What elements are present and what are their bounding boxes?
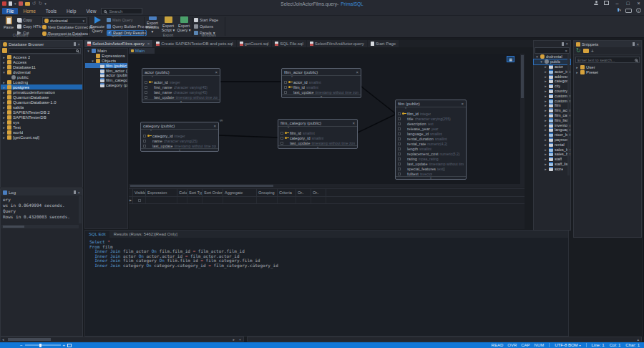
help-button[interactable]: ?▾: [618, 8, 621, 13]
grid-header-grouping[interactable]: Grouping: [257, 189, 278, 196]
grid-header-visible[interactable]: Visible: [133, 189, 146, 196]
scroll-right-icon[interactable]: ▸: [233, 337, 235, 342]
query-node-category-p[interactable]: category (p...: [85, 83, 127, 88]
field-checkbox[interactable]: [398, 122, 401, 125]
field-checkbox[interactable]: [284, 91, 287, 94]
expander-icon[interactable]: ▸: [2, 130, 6, 135]
open-folder-icon[interactable]: [583, 49, 589, 53]
field-first_name[interactable]: first_namecharacter varying(45): [142, 84, 220, 90]
expander-icon[interactable]: ▸: [544, 137, 547, 142]
table-film-public[interactable]: film (public)×*film_idintegertitlecharac…: [395, 100, 467, 180]
expander-icon[interactable]: ▸: [544, 127, 547, 132]
object-sales-by-st[interactable]: ▸sales_by_st..: [534, 152, 570, 157]
snippet-user[interactable]: ▸User: [574, 64, 641, 69]
paste-button[interactable]: Paste: [1, 16, 16, 34]
db-item-primalcodeinformation[interactable]: ▸primalcodeinformation: [1, 90, 82, 95]
grid-header-colum[interactable]: Colum..: [177, 189, 187, 196]
grid-cell-expression[interactable]: [146, 197, 177, 203]
close-tab-icon[interactable]: ×: [147, 42, 150, 46]
save-icon[interactable]: [19, 1, 23, 6]
field-film_id[interactable]: film_idsmallint: [282, 84, 361, 90]
field-category_id[interactable]: category_idinteger: [141, 133, 218, 138]
object-film-category[interactable]: ▸film_category: [534, 113, 570, 118]
tab-tools[interactable]: Tools: [41, 8, 62, 14]
table-header[interactable]: film_category (public)×: [278, 120, 357, 127]
expander-icon[interactable]: ▸: [544, 69, 547, 74]
field-last_update[interactable]: last_updatetimestamp without time zone: [142, 95, 220, 100]
field-replacement_cost[interactable]: replacement_costnumeric(5,2): [396, 151, 466, 156]
sql-editor[interactable]: Select *From film Inner Join film_actor …: [85, 238, 568, 269]
field-title[interactable]: titlecharacter varying(255): [396, 116, 466, 121]
status-flag-ovr[interactable]: OVR: [507, 343, 517, 347]
export-script-button[interactable]: ExportScript ▾: [160, 16, 176, 34]
customize-qat-icon[interactable]: ▾: [44, 1, 47, 6]
grid-cell-or[interactable]: [296, 197, 311, 203]
object-staff[interactable]: ▸staff: [534, 157, 570, 162]
document-tab-selectfilmandactor-query[interactable]: SelectFilmAndActor.query: [307, 40, 367, 47]
field-checkbox[interactable]: [145, 86, 147, 89]
object-city[interactable]: ▸city: [534, 84, 570, 89]
maximize-button[interactable]: □: [623, 0, 633, 7]
table-header[interactable]: actor (public)×: [142, 69, 220, 76]
expander-icon[interactable]: ▸: [544, 152, 547, 156]
expander-icon[interactable]: ▾: [535, 54, 539, 59]
field-category_id[interactable]: category_idsmallint: [278, 135, 357, 140]
expander-icon[interactable]: ▸: [544, 157, 547, 161]
object-inventory[interactable]: ▸inventory: [534, 122, 570, 127]
field-rating[interactable]: ratingmpaa_rating: [396, 156, 466, 161]
scroll-left-icon[interactable]: ◂: [2, 337, 4, 342]
db-item-getcount-sql[interactable]: ▸[getCount.sql]: [1, 135, 82, 140]
field-actor_id[interactable]: actor_idinteger: [142, 79, 220, 84]
expander-icon[interactable]: ▸: [544, 89, 547, 93]
document-tab-getcount-sql[interactable]: getCount.sql: [237, 40, 272, 47]
field-checkbox[interactable]: [398, 112, 401, 115]
copy-html-button[interactable]: Copy HTML: [17, 24, 44, 29]
table-resize-handle[interactable]: ▾: [142, 100, 220, 102]
connect-database-icon[interactable]: [2, 48, 7, 53]
grid-cell-grouping[interactable]: [257, 197, 278, 203]
expander-icon[interactable]: ▸: [544, 108, 547, 112]
status-flag-read[interactable]: READ: [492, 343, 504, 347]
redo-icon[interactable]: ↻: [38, 1, 42, 6]
db-item-sakila[interactable]: ▸sakila: [1, 105, 82, 110]
field-special_features[interactable]: special_featurestext[]: [396, 166, 466, 171]
object-film-list[interactable]: ▸film_list: [534, 117, 570, 122]
grid-header-criteria[interactable]: Criteria: [278, 189, 296, 196]
field-checkbox[interactable]: [145, 91, 147, 94]
objects-filter-input[interactable]: ×: [535, 47, 570, 54]
field-checkbox[interactable]: [398, 132, 401, 135]
object-public[interactable]: ▾public: [534, 59, 570, 64]
field-checkbox[interactable]: [398, 163, 401, 165]
field-checkbox[interactable]: [398, 153, 401, 155]
table-header[interactable]: category (public)×: [141, 122, 218, 130]
document-tab-create-sapientesterdb-and-pets-sql[interactable]: Create SAPIENTesterDB and pets.sql: [153, 40, 235, 47]
query-node-expressions[interactable]: Expressions: [85, 54, 127, 59]
grid-cell-colum[interactable]: [177, 197, 187, 203]
field-checkbox[interactable]: [284, 81, 287, 84]
object-actor-info[interactable]: ▸actor_info: [534, 69, 570, 74]
db-item-postgres[interactable]: ▸postgres: [1, 84, 82, 90]
expander-icon[interactable]: ▸: [544, 74, 547, 79]
table-resize-handle[interactable]: ▾: [141, 148, 218, 151]
db-item-sapientesterdb-2[interactable]: ▸SAPIENTesterDB 2: [1, 110, 82, 115]
info-icon[interactable]: i: [636, 8, 641, 13]
expander-icon[interactable]: ▸: [2, 105, 6, 110]
new-file-dropdown-icon[interactable]: ▾: [14, 1, 16, 6]
close-button[interactable]: ×: [633, 0, 644, 7]
tab-sql-edit[interactable]: SQL Edit: [85, 231, 109, 238]
splitter-grip-icon[interactable]: +: [239, 337, 241, 342]
table-film-actor-public[interactable]: film_actor (public)×*actor_idsmallintfil…: [281, 68, 361, 98]
field-checkbox[interactable]: [280, 132, 283, 135]
object-address[interactable]: ▸address: [534, 74, 570, 79]
expander-icon[interactable]: ▸: [2, 65, 6, 69]
close-table-icon[interactable]: ×: [215, 70, 218, 74]
document-tab-sql-file-sql[interactable]: SQL File.sql: [272, 40, 306, 47]
close-table-icon[interactable]: ×: [352, 121, 355, 125]
query-node-film-actor-p[interactable]: film_actor (p...: [85, 68, 127, 73]
expander-icon[interactable]: ▸: [544, 148, 547, 152]
grid-cell-or[interactable]: [311, 197, 326, 203]
objects-vertical-scrollbar[interactable]: [567, 54, 570, 175]
field-actor_id[interactable]: actor_idsmallint: [282, 79, 361, 84]
status-flag-cap[interactable]: CAP: [521, 343, 530, 347]
query-node-main[interactable]: ▾Main: [85, 49, 127, 54]
